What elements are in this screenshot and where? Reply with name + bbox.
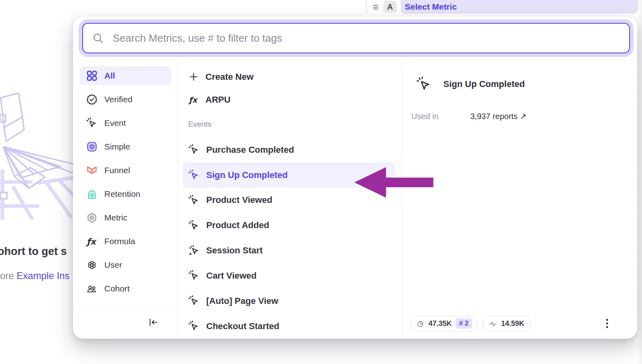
events-section-label: Events (183, 111, 395, 137)
sidebar-item-label: User (104, 260, 122, 270)
event-item-label: Checkout Started (206, 321, 279, 332)
svg-text:ƒx: ƒx (86, 236, 97, 246)
sidebar-item-label: Verified (104, 95, 132, 104)
sidebar-item-label: Formula (104, 237, 135, 246)
sidebar-item-label: Event (104, 118, 126, 128)
create-new-item[interactable]: Create New (183, 65, 395, 88)
event-cursor-icon (188, 295, 200, 307)
sidebar-item-label: Retention (104, 189, 140, 199)
detail-header: Sign Up Completed (410, 76, 628, 92)
drag-handle-icon[interactable] (371, 2, 380, 11)
event-item-sign-up-completed[interactable]: Sign Up Completed (183, 162, 395, 188)
plus-icon (188, 71, 199, 82)
collapse-sidebar-button[interactable] (147, 316, 161, 329)
event-cursor-icon (188, 220, 200, 231)
sidebar-item-formula[interactable]: ƒx Formula (79, 232, 171, 251)
event-item-label: Product Added (206, 220, 269, 231)
event-cursor-icon (188, 194, 200, 206)
reports-link[interactable]: 3,937 reports ↗ (470, 111, 526, 121)
event-cursor-star-icon (188, 245, 200, 257)
create-new-label: Create New (205, 72, 254, 82)
event-item-auto-page-view[interactable]: [Auto] Page View (183, 288, 395, 313)
detail-footer: 47.35K # 2 14.59K (410, 315, 628, 332)
event-item-label: Session Start (206, 245, 263, 256)
event-item-label: Purchase Completed (206, 145, 294, 155)
event-item-purchase-completed[interactable]: Purchase Completed (183, 137, 395, 162)
total-count-badge[interactable]: 47.35K # 2 (410, 315, 477, 332)
sidebar-item-all[interactable]: All (79, 66, 171, 85)
select-metric-pill[interactable]: Select Metric (401, 0, 638, 14)
select-metric-row: A Select Metric (371, 0, 638, 14)
event-item-product-viewed[interactable]: Product Viewed (183, 188, 395, 213)
sidebar-item-label: Cohort (104, 284, 130, 293)
rank-chip: # 2 (456, 318, 472, 329)
event-item-checkout-started[interactable]: Checkout Started (183, 313, 395, 339)
example-insights-link[interactable]: Example Ins (16, 270, 69, 281)
event-cursor-icon (188, 169, 200, 181)
badge-value: 47.35K (429, 320, 452, 328)
event-cursor-icon (416, 76, 432, 92)
grid-icon (86, 70, 98, 82)
sidebar-item-verified[interactable]: Verified (79, 90, 171, 109)
sidebar-item-retention[interactable]: Retention (79, 184, 171, 203)
pie-chart-icon (416, 320, 425, 328)
simple-square-icon (86, 141, 98, 153)
background-text: ore Example Ins (0, 270, 69, 281)
collapse-left-icon (147, 317, 159, 328)
background-heading: ohort to get s (0, 245, 67, 258)
event-cursor-icon (188, 320, 200, 332)
background-text-fragment: ore (0, 270, 16, 281)
more-options-button[interactable] (602, 317, 612, 330)
panel-divider (366, 0, 367, 14)
page-edge (637, 0, 642, 364)
event-item-session-start[interactable]: Session Start (183, 238, 395, 263)
sidebar-item-simple[interactable]: Simple (79, 137, 171, 156)
sidebar-item-label: All (104, 71, 115, 81)
sidebar-item-cohort[interactable]: Cohort (79, 279, 171, 298)
formula-fx-icon: ƒx (188, 95, 199, 105)
verified-badge-icon (86, 93, 98, 105)
used-in-row: Used in 3,937 reports ↗ (410, 111, 628, 121)
sidebar-item-funnel[interactable]: Funnel (79, 161, 171, 180)
event-item-product-added[interactable]: Product Added (183, 213, 395, 238)
badge-value: 14.59K (501, 320, 524, 328)
metric-picker-dialog: All Verified Event (73, 17, 637, 339)
event-cursor-icon (86, 117, 98, 129)
dialog-body: All Verified Event (73, 62, 637, 339)
retention-arch-icon (86, 188, 98, 200)
sidebar-item-label: Funnel (104, 166, 130, 175)
event-item-label: [Auto] Page View (206, 296, 278, 306)
activity-count-badge[interactable]: 14.59K (483, 315, 530, 332)
event-item-label: Cart Viewed (206, 271, 257, 281)
sidebar-item-metric[interactable]: Metric (79, 208, 171, 227)
sidebar-item-event[interactable]: Event (79, 113, 171, 132)
arpu-item[interactable]: ƒx ARPU (183, 88, 395, 111)
sidebar-item-label: Simple (104, 142, 130, 152)
event-item-label: Sign Up Completed (206, 170, 288, 180)
series-a-chip: A (383, 1, 397, 13)
arpu-label: ARPU (205, 95, 230, 105)
metric-list: Create New ƒx ARPU Events Purchase Compl… (178, 62, 402, 339)
sidebar-item-label: Metric (104, 213, 127, 222)
decorative-wireframe (0, 91, 75, 220)
svg-text:ƒx: ƒx (188, 95, 198, 105)
formula-fx-icon: ƒx (86, 235, 98, 247)
search-bar (82, 23, 630, 53)
kebab-icon (602, 317, 612, 330)
detail-title: Sign Up Completed (443, 79, 525, 89)
sidebar-item-user[interactable]: User (79, 255, 171, 274)
used-in-label: Used in (411, 112, 470, 121)
search-input[interactable] (82, 23, 630, 53)
event-cursor-icon (188, 270, 200, 281)
category-sidebar: All Verified Event (73, 62, 178, 339)
event-cursor-icon (188, 144, 200, 156)
metric-hexagon-icon (86, 212, 98, 224)
screen: A Select Metric (0, 0, 642, 364)
event-item-label: Product Viewed (206, 195, 272, 205)
detail-panel: Sign Up Completed Used in 3,937 reports … (402, 62, 637, 339)
sidebar-footer (79, 310, 171, 339)
select-metric-label: Select Metric (405, 2, 457, 12)
event-item-cart-viewed[interactable]: Cart Viewed (183, 263, 395, 288)
cohort-people-icon (86, 283, 98, 295)
user-flower-icon (86, 259, 98, 271)
